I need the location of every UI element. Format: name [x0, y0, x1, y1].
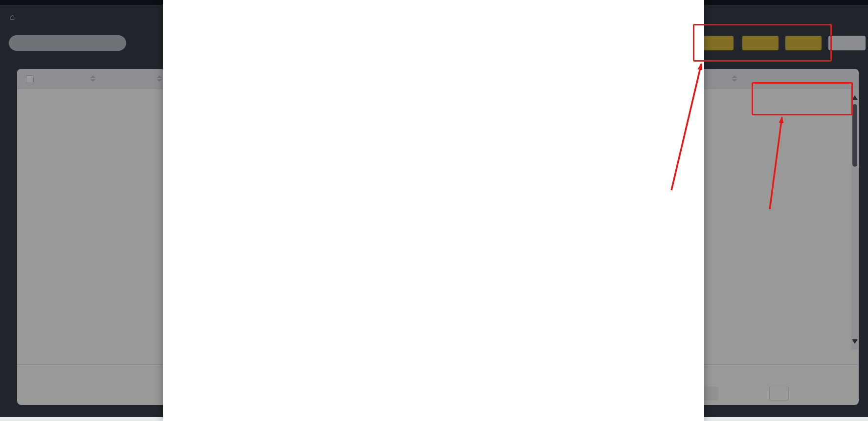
page: ⌂ — [0, 0, 868, 421]
annotation-box-toolbar — [693, 24, 832, 62]
employee-form-modal — [163, 0, 704, 421]
annotation-box-row-actions — [752, 82, 853, 115]
